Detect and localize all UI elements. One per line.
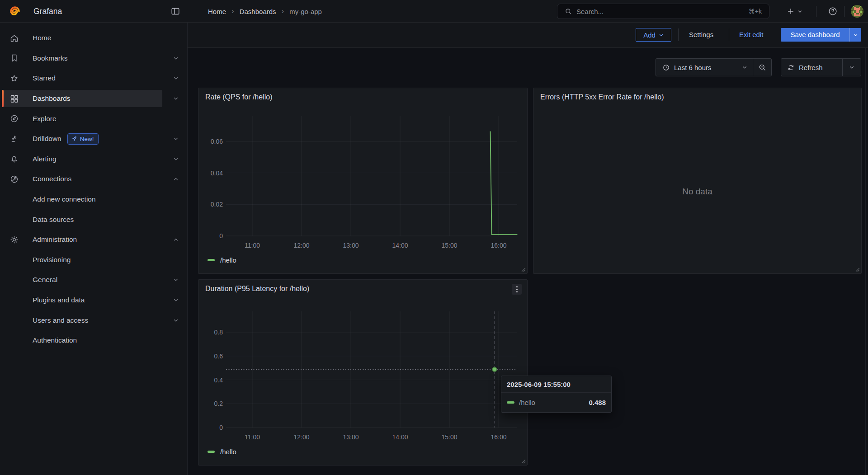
gear-icon bbox=[8, 235, 20, 245]
exit-edit-button[interactable]: Exit edit bbox=[739, 28, 763, 42]
dashboard-settings-button[interactable]: Settings bbox=[689, 28, 713, 42]
chevron-down-icon[interactable] bbox=[173, 96, 179, 101]
panel-resize-handle[interactable] bbox=[854, 267, 860, 272]
duration-chart-area[interactable]: 11:0012:0013:0014:0015:0016:0000.20.40.6… bbox=[198, 280, 528, 466]
tooltip-timestamp: 2025-06-09 15:55:00 bbox=[501, 376, 611, 393]
bookmark-icon bbox=[8, 53, 20, 63]
canvas-right-edge bbox=[865, 48, 866, 475]
sidebar-item-bookmarks[interactable]: Bookmarks bbox=[0, 48, 187, 69]
sidebar-item-label: Drilldown bbox=[33, 135, 61, 143]
refresh-controls[interactable]: Refresh bbox=[781, 58, 861, 76]
chevron-up-icon[interactable] bbox=[173, 176, 179, 182]
bell-icon bbox=[8, 154, 20, 164]
panel-resize-handle[interactable] bbox=[520, 267, 526, 272]
zoom-out-icon bbox=[758, 63, 766, 71]
sidebar-item-authentication[interactable]: Authentication bbox=[0, 330, 187, 351]
rate-chart-area[interactable]: 11:0012:0013:0014:0015:0016:0000.020.040… bbox=[198, 88, 528, 274]
sidebar-item-general[interactable]: General bbox=[0, 270, 187, 290]
refresh-button[interactable]: Refresh bbox=[781, 59, 842, 76]
avatar[interactable] bbox=[851, 5, 863, 18]
refresh-interval-dropdown[interactable] bbox=[842, 59, 861, 76]
sidebar-item-label: Home bbox=[33, 34, 51, 42]
search-placeholder: Search... bbox=[576, 8, 604, 15]
breadcrumb-home[interactable]: Home bbox=[208, 8, 226, 15]
svg-text:12:00: 12:00 bbox=[293, 433, 309, 441]
toolbar-divider bbox=[678, 28, 679, 41]
svg-text:0.8: 0.8 bbox=[214, 329, 223, 336]
chevron-down-icon[interactable] bbox=[173, 318, 179, 323]
sidebar-item-add-new-connection[interactable]: Add new connection bbox=[0, 189, 187, 210]
series-color-dash bbox=[208, 259, 215, 261]
save-dashboard-label: Save dashboard bbox=[781, 28, 849, 42]
chevron-down-icon[interactable] bbox=[173, 136, 179, 141]
panel-duration: Duration (P95 Latency for /hello) 11:001… bbox=[198, 279, 528, 466]
series-color-dash bbox=[208, 451, 215, 453]
svg-text:0: 0 bbox=[219, 424, 223, 431]
clock-icon bbox=[662, 64, 670, 71]
app-name: Grafana bbox=[33, 0, 62, 23]
sidebar-item-provisioning[interactable]: Provisioning bbox=[0, 250, 187, 270]
series-color-dash bbox=[507, 401, 514, 404]
svg-text:0.4: 0.4 bbox=[214, 376, 223, 384]
legend-label: /hello bbox=[220, 256, 236, 264]
svg-text:13:00: 13:00 bbox=[343, 433, 359, 441]
panel-title[interactable]: Errors (HTTP 5xx Error Rate for /hello) bbox=[540, 93, 664, 101]
chevron-down-icon[interactable] bbox=[173, 56, 179, 61]
chevron-down-icon[interactable] bbox=[173, 75, 179, 81]
sidebar-item-label: Data sources bbox=[33, 216, 74, 224]
refresh-label: Refresh bbox=[799, 64, 823, 71]
no-data-message: No data bbox=[533, 187, 861, 197]
svg-text:14:00: 14:00 bbox=[392, 433, 408, 441]
add-button-label: Add bbox=[643, 31, 656, 39]
chevron-down-icon[interactable] bbox=[173, 297, 179, 303]
panel-rate: Rate (QPS for /hello) 11:0012:0013:0014:… bbox=[198, 88, 528, 274]
new-badge: New! bbox=[67, 133, 99, 145]
home-icon bbox=[8, 33, 20, 43]
sidebar-item-explore[interactable]: Explore bbox=[0, 108, 187, 129]
sidebar-item-administration[interactable]: Administration bbox=[0, 230, 187, 250]
breadcrumb-separator: › bbox=[231, 7, 234, 15]
search-input[interactable]: Search... ⌘+k bbox=[557, 4, 769, 19]
grafana-logo-icon[interactable] bbox=[8, 4, 22, 19]
svg-text:0.2: 0.2 bbox=[214, 400, 223, 407]
sidebar-item-alerting[interactable]: Alerting bbox=[0, 149, 187, 169]
breadcrumb-separator: › bbox=[282, 7, 284, 15]
zoom-out-time-button[interactable] bbox=[753, 59, 771, 76]
sidebar-item-starred[interactable]: Starred bbox=[0, 68, 187, 89]
sidebar-item-label: Starred bbox=[33, 74, 56, 82]
chevron-down-icon[interactable] bbox=[849, 28, 861, 42]
chevron-up-icon[interactable] bbox=[173, 237, 179, 242]
sidebar-item-plugins-and-data[interactable]: Plugins and data bbox=[0, 290, 187, 310]
chevron-down-icon bbox=[849, 65, 854, 70]
chevron-down-icon bbox=[659, 33, 664, 38]
save-dashboard-button[interactable]: Save dashboard bbox=[781, 28, 861, 42]
sidebar-nav: HomeBookmarksStarredDashboardsExploreDri… bbox=[0, 23, 187, 351]
svg-text:12:00: 12:00 bbox=[293, 242, 309, 249]
svg-text:0.6: 0.6 bbox=[214, 353, 223, 360]
add-panel-button[interactable]: Add bbox=[636, 28, 671, 42]
topbar-divider bbox=[816, 6, 816, 17]
chevron-down-icon[interactable] bbox=[173, 156, 179, 162]
sidebar-item-dashboards[interactable]: Dashboards bbox=[0, 89, 187, 109]
chevron-down-icon[interactable] bbox=[173, 277, 179, 282]
compass-icon bbox=[8, 114, 20, 123]
legend-item[interactable]: /hello bbox=[208, 448, 236, 456]
new-menu-button[interactable] bbox=[787, 5, 802, 17]
help-icon[interactable] bbox=[828, 6, 839, 17]
sidebar-item-data-sources[interactable]: Data sources bbox=[0, 209, 187, 230]
dashboard-edit-toolbar: Add Settings Exit edit Save dashboard bbox=[188, 23, 868, 47]
grid-icon bbox=[8, 94, 20, 103]
svg-text:16:00: 16:00 bbox=[491, 433, 506, 441]
svg-text:0.02: 0.02 bbox=[211, 201, 223, 208]
sidebar-item-label: Dashboards bbox=[33, 94, 71, 103]
legend-item[interactable]: /hello bbox=[208, 256, 236, 264]
panel-resize-handle[interactable] bbox=[520, 458, 526, 464]
sidebar-item-drilldown[interactable]: DrilldownNew! bbox=[0, 129, 187, 149]
refresh-icon bbox=[787, 64, 795, 71]
time-range-picker[interactable]: Last 6 hours bbox=[656, 58, 772, 76]
sidebar-item-users-and-access[interactable]: Users and access bbox=[0, 310, 187, 330]
dock-sidebar-icon[interactable] bbox=[170, 6, 181, 17]
breadcrumb-dashboards[interactable]: Dashboards bbox=[240, 8, 276, 15]
sidebar-item-home[interactable]: Home bbox=[0, 28, 187, 48]
sidebar-item-connections[interactable]: Connections bbox=[0, 169, 187, 189]
